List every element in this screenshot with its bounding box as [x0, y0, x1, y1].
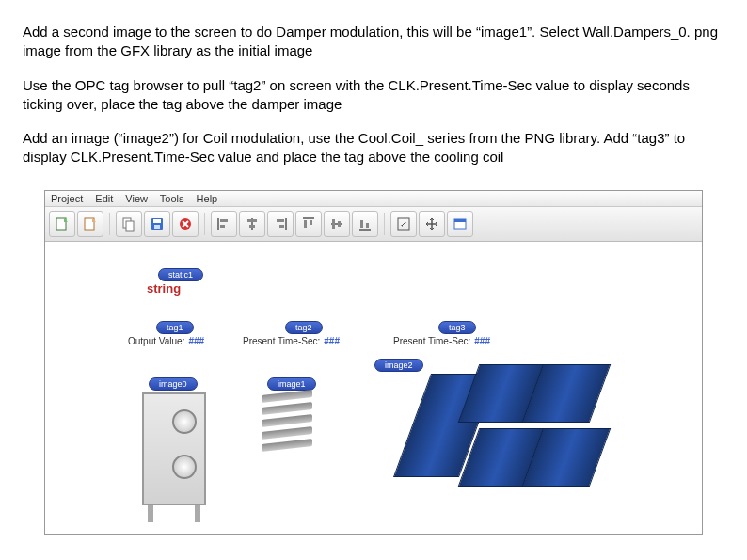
menubar: Project Edit View Tools Help: [45, 191, 702, 207]
svg-rect-17: [338, 221, 341, 227]
design-canvas[interactable]: static1 string tag1 Output Value: ### ta…: [45, 242, 702, 534]
tag1-hash: ###: [188, 336, 204, 346]
svg-rect-11: [249, 225, 255, 228]
tag3-value[interactable]: Present Time-Sec: ###: [393, 336, 490, 346]
svg-rect-19: [366, 223, 369, 228]
open-icon[interactable]: [77, 211, 103, 237]
image0-handle[interactable]: image0: [149, 377, 198, 391]
svg-rect-12: [277, 219, 284, 222]
image0-ahu[interactable]: [142, 392, 206, 505]
svg-rect-14: [304, 220, 307, 228]
svg-rect-5: [153, 219, 161, 223]
svg-rect-15: [310, 220, 312, 225]
svg-rect-8: [220, 219, 228, 222]
tag2-handle[interactable]: tag2: [285, 321, 323, 334]
instruction-paragraph-2: Use the OPC tag browser to pull “tag2” o…: [23, 76, 724, 115]
instruction-paragraph-3: Add an image (“image2”) for Coil modulat…: [23, 129, 724, 168]
svg-rect-10: [247, 219, 257, 222]
static1-handle[interactable]: static1: [158, 268, 203, 281]
align-right-icon[interactable]: [267, 211, 294, 237]
window-icon[interactable]: [447, 211, 473, 237]
toolbar: [45, 207, 702, 242]
image1-damper[interactable]: [262, 392, 312, 449]
copy-icon[interactable]: [116, 211, 142, 237]
tag2-value[interactable]: Present Time-Sec: ###: [243, 336, 340, 346]
svg-rect-6: [154, 225, 160, 229]
arrows-icon[interactable]: [419, 211, 445, 237]
tag1-handle[interactable]: tag1: [156, 321, 194, 334]
static1-text[interactable]: string: [147, 281, 181, 296]
align-left-icon[interactable]: [211, 211, 237, 237]
align-center-icon[interactable]: [239, 211, 265, 237]
menu-edit[interactable]: Edit: [95, 193, 113, 204]
resize-icon[interactable]: [390, 211, 417, 237]
menu-tools[interactable]: Tools: [160, 193, 184, 204]
image1-handle[interactable]: image1: [267, 377, 316, 391]
tag3-handle[interactable]: tag3: [438, 321, 476, 334]
align-middle-icon[interactable]: [324, 211, 350, 237]
menu-project[interactable]: Project: [51, 193, 83, 204]
tag2-hash: ###: [324, 336, 340, 346]
delete-icon[interactable]: [172, 211, 199, 237]
instruction-paragraph-1: Add a second image to the screen to do D…: [23, 23, 724, 61]
svg-rect-16: [332, 219, 335, 229]
scada-editor-window: Project Edit View Tools Help static1 str…: [44, 190, 703, 535]
new-project-icon[interactable]: [49, 211, 75, 237]
tag1-label: Output Value:: [128, 336, 184, 346]
svg-rect-13: [279, 225, 284, 228]
tag1-value[interactable]: Output Value: ###: [128, 336, 204, 346]
align-top-icon[interactable]: [295, 211, 322, 237]
tag2-label: Present Time-Sec:: [243, 336, 320, 346]
disk-icon[interactable]: [144, 211, 170, 237]
svg-rect-3: [126, 221, 134, 231]
fan-icon: [172, 455, 197, 479]
svg-rect-22: [454, 219, 466, 222]
menu-help[interactable]: Help: [197, 193, 218, 204]
align-bottom-icon[interactable]: [352, 211, 378, 237]
tag3-label: Present Time-Sec:: [393, 336, 470, 346]
tag3-hash: ###: [474, 336, 490, 346]
menu-view[interactable]: View: [125, 193, 148, 204]
image2-cooling-coil[interactable]: [412, 364, 638, 496]
fan-icon: [172, 409, 197, 434]
svg-rect-9: [220, 225, 225, 228]
svg-rect-18: [360, 220, 363, 228]
